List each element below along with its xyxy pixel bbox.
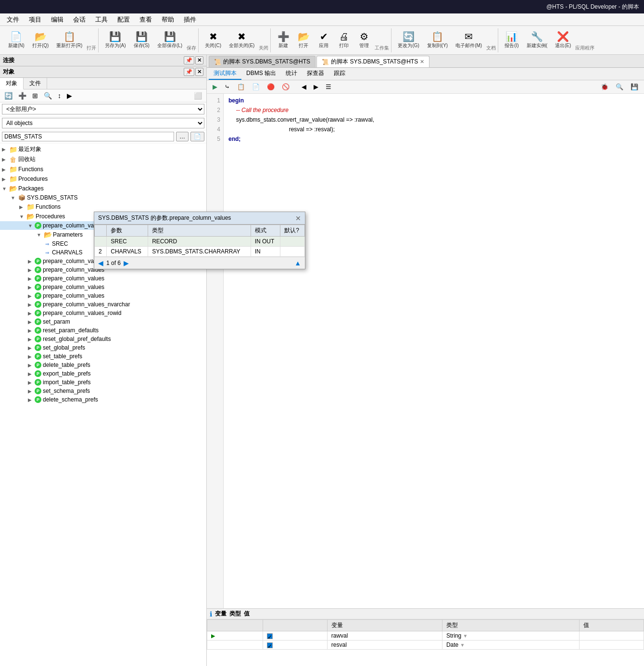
refresh-btn[interactable]: 🔄 (2, 90, 15, 101)
connection-close-btn[interactable]: ✕ (195, 56, 203, 64)
menu-tools[interactable]: 工具 (90, 14, 113, 25)
update-button[interactable]: 🔄 更改为(G) (394, 30, 422, 50)
apply-button[interactable]: ✔ 应用 (314, 30, 333, 50)
tree-item-set-schema-prefs[interactable]: ▶ P set_schema_prefs (0, 387, 206, 395)
step-into-btn[interactable]: ⤷ (222, 82, 233, 92)
manage-button[interactable]: ⚙ 管理 (354, 30, 374, 50)
tree-item-packages[interactable]: ▼ 📂 Packages (0, 184, 206, 193)
tree-item-functions[interactable]: ▶ 📁 Functions (0, 164, 206, 174)
filter-btn[interactable]: 🔍 (41, 90, 54, 101)
copy-btn[interactable]: 📋 (234, 82, 248, 92)
script-tab-2-close[interactable]: ✕ (420, 59, 424, 65)
code-content[interactable]: begin -- Call the procedure sys.dbms_sta… (224, 94, 644, 608)
tab-files[interactable]: 文件 (24, 78, 47, 89)
tree-item-pcv6[interactable]: ▶ P prepare_column_values (0, 291, 206, 300)
tree-item-pkg-functions[interactable]: ▶ 📁 Functions (0, 202, 206, 212)
user-dropdown[interactable]: <全部用户> (2, 104, 204, 114)
var-rawval-check[interactable]: ✓ (263, 631, 327, 641)
resval-checkbox[interactable]: ✓ (267, 642, 273, 648)
object-type-dropdown[interactable]: All objects (2, 118, 204, 128)
back-btn[interactable]: ◀ (299, 82, 309, 92)
tab-explorer[interactable]: 探查器 (302, 68, 329, 80)
tree-item-pcv4[interactable]: ▶ P prepare_column_values (0, 274, 206, 283)
exit-button[interactable]: ❌ 退出(E) (552, 30, 574, 50)
menu-file[interactable]: 文件 (2, 14, 24, 25)
new-button[interactable]: 📄 新建(N) (5, 30, 28, 50)
pkg-procedures-label: Procedures (36, 213, 65, 220)
menu-help[interactable]: 帮助 (157, 14, 179, 25)
menu-session[interactable]: 会话 (68, 14, 90, 25)
tree-item-export-table-prefs[interactable]: ▶ P export_table_prefs (0, 369, 206, 378)
search-file-btn[interactable]: 📄 (190, 132, 204, 141)
script-tab-1[interactable]: 📜 的脚本 SYS.DBMS_STATS@HTS (209, 56, 316, 67)
close-button[interactable]: ✖ 关闭(C) (202, 30, 225, 50)
menu-plugin[interactable]: 插件 (179, 14, 201, 25)
breakpoint-btn[interactable]: 🔴 (264, 82, 278, 92)
tree-item-delete-schema-prefs[interactable]: ▶ P delete_schema_prefs (0, 395, 206, 404)
popup-close-btn[interactable]: ✕ (295, 214, 301, 222)
tree-item-import-table-prefs[interactable]: ▶ P import_table_prefs (0, 378, 206, 387)
open-workset-button[interactable]: 📂 打开 (294, 30, 313, 50)
save-all-button[interactable]: 💾 全部保存(L) (154, 30, 186, 50)
save-script-btn[interactable]: 💾 (628, 82, 641, 92)
reopen-button[interactable]: 📋 重新打开(R) (53, 30, 86, 50)
debug-btn[interactable]: 🐞 (598, 82, 611, 92)
tree-item-pcv5[interactable]: ▶ P prepare_column_values (0, 283, 206, 291)
save-as-button[interactable]: 💾 另存为(A) (101, 30, 129, 50)
forward-btn[interactable]: ▶ (311, 82, 321, 92)
tab-objects[interactable]: 对象 (0, 78, 24, 89)
print-button[interactable]: 🖨 打印 (334, 30, 354, 50)
tab-trace[interactable]: 跟踪 (329, 68, 350, 80)
new-instance-button[interactable]: 🔧 新建实例( (523, 30, 551, 50)
tree-item-recent[interactable]: ▶ 📁 最近对象 (0, 144, 206, 154)
open-button[interactable]: 📂 打开(Q) (29, 30, 52, 50)
tab-dbms-output[interactable]: DBMS 输出 (241, 68, 281, 80)
sort-btn[interactable]: ↕ (55, 90, 63, 101)
copy-to-button[interactable]: 📋 复制到(Y) (424, 30, 451, 50)
tree-item-pcv-nvarchar[interactable]: ▶ P prepare_column_values_nvarchar (0, 300, 206, 309)
popup-next-btn[interactable]: ▶ (124, 259, 129, 267)
run-btn[interactable]: ▶ (210, 82, 220, 92)
search-btn[interactable]: … (176, 132, 189, 141)
menu-config[interactable]: 配置 (113, 14, 135, 25)
rawval-checkbox[interactable]: ✓ (267, 633, 273, 639)
new-workset-button[interactable]: ➕ 新建 (274, 30, 293, 50)
tree-item-sys-dbms-stats[interactable]: ▼ 📦 SYS.DBMS_STATS (0, 193, 206, 202)
tree-item-set-global-prefs[interactable]: ▶ P set_global_prefs (0, 343, 206, 352)
menu-view[interactable]: 查看 (135, 14, 157, 25)
search-input[interactable] (2, 132, 174, 141)
object-close-btn[interactable]: ✕ (195, 68, 203, 76)
clear-btn[interactable]: 🚫 (279, 82, 292, 92)
tree-item-pcv-rowid[interactable]: ▶ P prepare_column_values_rowid (0, 309, 206, 317)
menu-edit[interactable]: 编辑 (46, 14, 68, 25)
tab-test-script[interactable]: 测试脚本 (209, 68, 241, 80)
script-tab-2[interactable]: 📜 的脚本 SYS.DBMS_STATS@HTS ✕ (316, 56, 429, 67)
tree-item-recycle[interactable]: ▶ 🗑 回收站 (0, 154, 206, 164)
tab-statistics[interactable]: 统计 (281, 68, 302, 80)
connection-pin-btn[interactable]: 📌 (184, 56, 194, 64)
cols-btn[interactable]: ⊞ (30, 90, 40, 101)
var-rawval-value[interactable] (579, 631, 644, 641)
tree-item-set-param[interactable]: ▶ P set_param (0, 317, 206, 326)
save-button[interactable]: 💾 保存(S) (130, 30, 153, 50)
add-btn[interactable]: ➕ (16, 90, 29, 101)
paste-btn[interactable]: 📄 (249, 82, 263, 92)
tree-item-reset-global-pref[interactable]: ▶ P reset_global_pref_defaults (0, 335, 206, 343)
object-pin-btn[interactable]: 📌 (184, 68, 194, 76)
popup-prev-btn[interactable]: ◀ (98, 259, 103, 267)
zoom-btn[interactable]: 🔍 (613, 82, 626, 92)
report-button[interactable]: 📊 报告(I) (501, 30, 522, 50)
tree-item-delete-table-prefs[interactable]: ▶ P delete_table_prefs (0, 361, 206, 369)
menu-project[interactable]: 项目 (24, 14, 46, 25)
expand-btn[interactable]: ⬜ (191, 90, 204, 101)
email-button[interactable]: ✉ 电子邮件(M) (452, 30, 485, 50)
tree-item-procedures[interactable]: ▶ 📁 Procedures (0, 174, 206, 184)
close-all-button[interactable]: ✖ 全部关闭(E) (226, 30, 258, 50)
tree-item-reset-param-defaults[interactable]: ▶ P reset_param_defaults (0, 326, 206, 335)
list-btn[interactable]: ☰ (323, 82, 334, 92)
tree-item-set-table-prefs[interactable]: ▶ P set_table_prefs (0, 352, 206, 361)
var-resval-value[interactable] (579, 641, 644, 650)
var-resval-check[interactable]: ✓ (263, 641, 327, 650)
more-btn[interactable]: ▶ (64, 90, 75, 101)
popup-collapse-btn[interactable]: ▲ (294, 259, 301, 267)
